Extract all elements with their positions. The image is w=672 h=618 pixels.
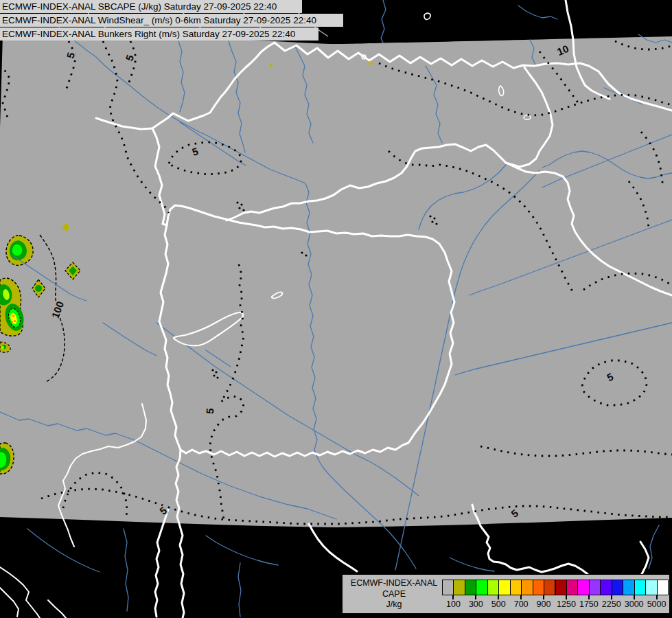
legend-title-param: CAPE (348, 589, 440, 600)
colorbar-cell (589, 580, 601, 595)
legend-title-unit: J/kg (348, 599, 440, 610)
colorbar-cell (521, 580, 533, 595)
colorbar-cell (645, 580, 657, 595)
colorbar-cell (555, 580, 567, 595)
colorbar-cell (442, 580, 454, 595)
title-bunkers-right: ECMWF-INDEX-ANAL Bunkers Right (m/s) Sat… (0, 27, 318, 41)
colorbar-cell (487, 580, 499, 595)
colorbar-cell (600, 580, 612, 595)
cape-legend: ECMWF-INDEX-ANAL CAPE J/kg 1003005007009… (342, 574, 670, 614)
colorbar-tick-label: 2250 (602, 599, 621, 609)
colorbar-cell (498, 580, 510, 595)
colorbar-cell (533, 580, 544, 595)
colorbar-tick-label: 5000 (647, 599, 667, 609)
title-sbcape: ECMWF-INDEX-ANAL SBCAPE (J/kg) Saturday … (0, 0, 302, 13)
colorbar-cell (657, 580, 669, 595)
colorbar-cell (623, 580, 634, 595)
title-windshear: ECMWF-INDEX-ANAL WindShear_ (m/s) 0-6km … (0, 14, 343, 27)
colorbar-cell (634, 580, 646, 595)
weather-map-screen: 555100551055 ECMWF-INDEX-ANAL SBCAPE (J/… (0, 0, 672, 618)
colorbar-tick-label: 700 (514, 599, 529, 609)
map-canvas: 555100551055 (0, 0, 672, 618)
colorbar-cell (577, 580, 589, 595)
cape-colorbar: 10030050070090012501750225030005000 (442, 580, 669, 611)
colorbar-cell (544, 580, 555, 595)
colorbar-tick-label: 900 (537, 599, 551, 609)
colorbar-cell (476, 580, 487, 595)
contour-label: 5 (204, 408, 216, 415)
colorbar-tick-label: 100 (446, 599, 461, 609)
colorbar-tick-label: 1250 (557, 599, 576, 609)
colorbar-cell (453, 580, 465, 595)
colorbar-tick-label: 3000 (625, 599, 644, 609)
colorbar-tick-label: 300 (469, 599, 483, 609)
colorbar-tick-label: 1750 (579, 599, 599, 609)
colorbar-cell (612, 580, 623, 595)
colorbar-cell (465, 580, 476, 595)
colorbar-cell (566, 580, 578, 595)
legend-title-block: ECMWF-INDEX-ANAL CAPE J/kg (348, 578, 440, 610)
colorbar-tick-label: 500 (491, 599, 506, 609)
legend-title-model: ECMWF-INDEX-ANAL (348, 578, 440, 589)
colorbar-cell (510, 580, 522, 595)
